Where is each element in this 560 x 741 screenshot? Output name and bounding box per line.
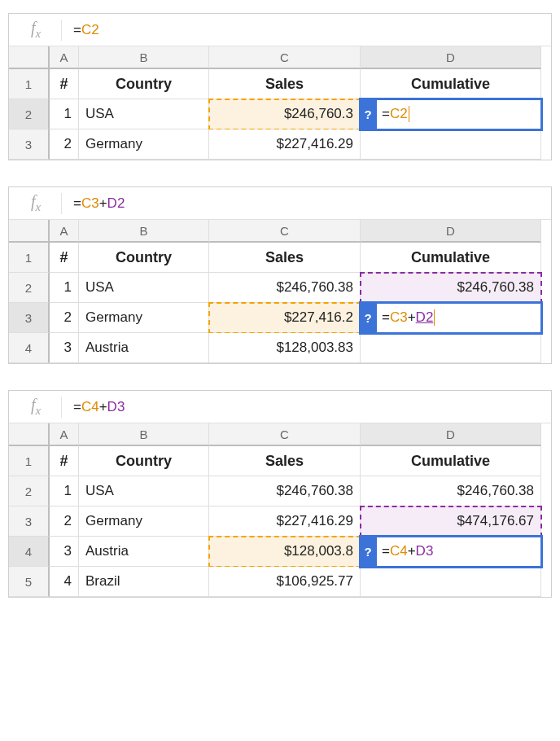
row-header-1[interactable]: 1 bbox=[9, 446, 50, 476]
cell-c3[interactable]: $227,416.29 bbox=[209, 506, 361, 537]
cell-d2[interactable]: $246,760.38 bbox=[361, 273, 541, 303]
row-header-2[interactable]: 2 bbox=[9, 99, 50, 129]
cell-a2[interactable]: 1 bbox=[50, 99, 79, 129]
row-header-4[interactable]: 4 bbox=[9, 333, 50, 363]
col-header-a[interactable]: A bbox=[50, 220, 79, 243]
cell-b2[interactable]: USA bbox=[79, 99, 209, 129]
col-header-d[interactable]: D bbox=[361, 46, 541, 69]
header-sales[interactable]: Sales bbox=[209, 69, 361, 99]
cell-a2[interactable]: 1 bbox=[50, 476, 79, 506]
header-sales[interactable]: Sales bbox=[209, 446, 361, 476]
fx-icon: fx bbox=[15, 192, 56, 214]
corner-cell[interactable] bbox=[9, 220, 50, 243]
cell-b2[interactable]: USA bbox=[79, 273, 209, 303]
cell-b2[interactable]: USA bbox=[79, 476, 209, 506]
row-header-3[interactable]: 3 bbox=[9, 506, 50, 537]
row-header-2[interactable]: 2 bbox=[9, 273, 50, 303]
cell-c4[interactable]: $128,003.8 bbox=[209, 537, 361, 567]
cell-a3[interactable]: 2 bbox=[50, 506, 79, 537]
cell-c2[interactable]: $246,760.3 bbox=[209, 99, 361, 129]
spreadsheet-panel-2: fx =C3+D2 A B C D 1 # Country Sales Cumu… bbox=[8, 186, 552, 364]
cell-b3[interactable]: Germany bbox=[79, 303, 209, 333]
cell-b3[interactable]: Germany bbox=[79, 129, 209, 160]
header-country[interactable]: Country bbox=[79, 243, 209, 273]
header-country[interactable]: Country bbox=[79, 69, 209, 99]
cell-d5[interactable] bbox=[361, 567, 541, 597]
text-cursor bbox=[409, 106, 409, 122]
corner-cell[interactable] bbox=[9, 46, 50, 69]
col-header-b[interactable]: B bbox=[79, 220, 209, 243]
formula-text[interactable]: =C4+D3 bbox=[73, 399, 125, 415]
spreadsheet-panel-3: fx =C4+D3 A B C D 1 # Country Sales Cumu… bbox=[8, 390, 552, 598]
cell-c2[interactable]: $246,760.38 bbox=[209, 273, 361, 303]
fx-icon: fx bbox=[15, 19, 56, 41]
cell-a2[interactable]: 1 bbox=[50, 273, 79, 303]
grid[interactable]: A B C D 1 # Country Sales Cumulative 2 1… bbox=[9, 220, 551, 363]
cell-d3-editing[interactable]: ? =C3+D2 bbox=[361, 303, 541, 333]
header-sales[interactable]: Sales bbox=[209, 243, 361, 273]
formula-hint-icon[interactable]: ? bbox=[361, 303, 377, 333]
col-header-b[interactable]: B bbox=[79, 46, 209, 69]
formula-text[interactable]: =C2 bbox=[73, 22, 99, 38]
cell-b4[interactable]: Austria bbox=[79, 333, 209, 363]
col-header-a[interactable]: A bbox=[50, 46, 79, 69]
row-header-2[interactable]: 2 bbox=[9, 476, 50, 506]
cell-a4[interactable]: 3 bbox=[50, 537, 79, 567]
header-cumulative[interactable]: Cumulative bbox=[361, 243, 541, 273]
header-hash[interactable]: # bbox=[50, 243, 79, 273]
formula-bar[interactable]: fx =C3+D2 bbox=[9, 187, 551, 220]
formula-text[interactable]: =C3+D2 bbox=[73, 195, 125, 212]
cell-b5[interactable]: Brazil bbox=[79, 567, 209, 597]
cell-a4[interactable]: 3 bbox=[50, 333, 79, 363]
divider bbox=[61, 397, 62, 418]
col-header-b[interactable]: B bbox=[79, 423, 209, 446]
formula-bar[interactable]: fx =C4+D3 bbox=[9, 391, 551, 423]
cell-a3[interactable]: 2 bbox=[50, 303, 79, 333]
col-header-d[interactable]: D bbox=[361, 423, 541, 446]
row-header-1[interactable]: 1 bbox=[9, 69, 50, 99]
fx-icon: fx bbox=[15, 396, 56, 418]
cell-d3[interactable]: $474,176.67 bbox=[361, 506, 541, 537]
cell-c3[interactable]: $227,416.2 bbox=[209, 303, 361, 333]
row-header-3[interactable]: 3 bbox=[9, 129, 50, 160]
header-cumulative[interactable]: Cumulative bbox=[361, 69, 541, 99]
cell-b3[interactable]: Germany bbox=[79, 506, 209, 537]
row-header-3[interactable]: 3 bbox=[9, 303, 50, 333]
formula-hint-icon[interactable]: ? bbox=[361, 537, 377, 567]
cell-c4[interactable]: $128,003.83 bbox=[209, 333, 361, 363]
cell-d2-editing[interactable]: ? =C2 bbox=[361, 99, 541, 129]
formula-bar[interactable]: fx =C2 bbox=[9, 14, 551, 46]
row-header-4[interactable]: 4 bbox=[9, 537, 50, 567]
col-header-c[interactable]: C bbox=[209, 46, 361, 69]
header-hash[interactable]: # bbox=[50, 446, 79, 476]
cell-d4-editing[interactable]: ? =C4+D3 bbox=[361, 537, 541, 567]
col-header-c[interactable]: C bbox=[209, 423, 361, 446]
cell-c5[interactable]: $106,925.77 bbox=[209, 567, 361, 597]
cell-c3[interactable]: $227,416.29 bbox=[209, 129, 361, 160]
cell-b4[interactable]: Austria bbox=[79, 537, 209, 567]
corner-cell[interactable] bbox=[9, 423, 50, 446]
header-hash[interactable]: # bbox=[50, 69, 79, 99]
cell-c2[interactable]: $246,760.38 bbox=[209, 476, 361, 506]
grid[interactable]: A B C D 1 # Country Sales Cumulative 2 1… bbox=[9, 423, 551, 597]
col-header-a[interactable]: A bbox=[50, 423, 79, 446]
cell-a5[interactable]: 4 bbox=[50, 567, 79, 597]
formula-hint-icon[interactable]: ? bbox=[361, 99, 377, 129]
header-country[interactable]: Country bbox=[79, 446, 209, 476]
cell-d3[interactable] bbox=[361, 129, 541, 160]
grid[interactable]: A B C D 1 # Country Sales Cumulative 2 1… bbox=[9, 46, 551, 160]
divider bbox=[61, 193, 62, 214]
col-header-c[interactable]: C bbox=[209, 220, 361, 243]
col-header-d[interactable]: D bbox=[361, 220, 541, 243]
row-header-5[interactable]: 5 bbox=[9, 567, 50, 597]
divider bbox=[61, 20, 62, 41]
spreadsheet-panel-1: fx =C2 A B C D 1 # Country Sales Cumulat… bbox=[8, 13, 552, 160]
text-cursor bbox=[434, 309, 435, 326]
row-header-1[interactable]: 1 bbox=[9, 243, 50, 273]
cell-d2[interactable]: $246,760.38 bbox=[361, 476, 541, 506]
header-cumulative[interactable]: Cumulative bbox=[361, 446, 541, 476]
cell-d4[interactable] bbox=[361, 333, 541, 363]
cell-a3[interactable]: 2 bbox=[50, 129, 79, 160]
